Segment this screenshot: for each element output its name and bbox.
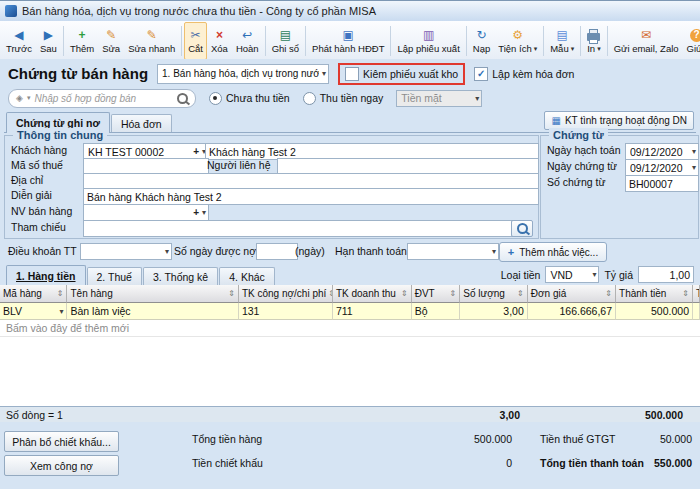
cell-ten-hang[interactable]: Bàn làm việc [67,303,238,320]
tab-khac[interactable]: 4. Khác [219,267,275,285]
magnifier-icon [517,223,528,234]
reference-field[interactable] [83,220,515,237]
chevron-down-icon: ▾ [59,307,63,316]
col-ten-hang[interactable]: Tên hàng⇕ [67,285,238,303]
add-inline-icon[interactable]: + [193,207,199,218]
contract-search-input[interactable]: ◈ ▾ Nhập số hợp đồng bán [8,89,196,108]
sales-staff-combo[interactable]: + ▾ [83,204,209,221]
cell-so-luong[interactable]: 3,00 [460,303,527,320]
chevron-down-icon: ▾ [475,94,479,103]
tien-thue-label: Tiền thuế GTGT [540,433,615,445]
radio-thu-tien-ngay-label: Thu tiền ngay [320,92,384,104]
cell-ty-le-ck[interactable] [693,303,700,320]
voucher-number-field[interactable]: BH00007 [625,175,699,192]
payment-terms-select[interactable]: ▾ [80,243,172,260]
tab-hoa-don[interactable]: Hóa đơn [111,114,172,132]
col-so-luong[interactable]: Số lượng⇕ [460,285,527,303]
reload-button[interactable]: ↻ Nạp [469,22,494,60]
kt-status-label: KT tình trạng hoạt động DN [565,115,687,126]
lap-kem-checkbox[interactable]: ✓ [474,67,488,81]
add-button[interactable]: + Thêm [66,22,98,60]
cut-button[interactable]: ✂ Cắt [184,22,207,60]
table-row: BLV▾ Bàn làm việc 131 711 Bộ 3,00 166.66… [0,303,700,320]
reference-lookup-button[interactable] [511,220,533,237]
radio-chua-thu-tien[interactable]: Chưa thu tiền [209,92,290,105]
send-email-zalo-button[interactable]: ✉ Gửi email, Zalo [610,22,683,60]
cell-tk-doanh-thu[interactable]: 711 [333,303,412,320]
scissors-icon: ✂ [191,28,201,42]
tong-thanh-toan-label: Tổng tiền thanh toán [540,457,644,469]
utilities-button[interactable]: ⚙ Tiện ích▾ [494,22,541,60]
quick-edit-button[interactable]: ✎ Sửa nhanh [124,22,179,60]
tab-hang-tien[interactable]: 1. Hàng tiền [6,265,86,286]
col-tk-cong-no[interactable]: TK công nợ/chi phí⇕ [239,285,333,303]
add-reminder-button[interactable]: + Thêm nhắc việc... [499,242,607,262]
radio-chua-thu-tien-label: Chưa thu tiền [226,92,290,104]
template-icon: ▤ [557,28,568,42]
posting-date-field[interactable]: 09/12/2020 ▾ [625,143,699,160]
description-field[interactable]: Bán hàng Khách hàng Test 2 [83,188,539,205]
tab-thong-ke[interactable]: 3. Thống kê [143,267,218,285]
help-button[interactable]: ? Giúp [683,22,700,60]
calendar-dropdown-icon: ▾ [692,163,696,172]
delete-x-icon: × [216,28,223,42]
prev-button[interactable]: ◀ Trước [2,22,36,60]
col-thanh-tien[interactable]: Thành tiền⇕ [616,285,693,303]
search-icon[interactable] [177,93,188,104]
post-button[interactable]: ▤ Ghi sổ [268,22,303,60]
filter-row: ◈ ▾ Nhập số hợp đồng bán Chưa thu tiền T… [8,89,696,107]
toolbar-separator [543,26,544,56]
radio-thu-tien-ngay[interactable]: Thu tiền ngay [303,92,384,105]
cell-thanh-tien[interactable]: 500.000 [616,303,693,320]
view-receivables-button[interactable]: Xem công nợ [4,455,119,476]
tab-thue[interactable]: 2. Thuế [87,267,142,285]
voucher-date-field[interactable]: 09/12/2020 ▾ [625,159,699,176]
undo-button[interactable]: ↩ Hoàn [232,22,263,60]
cell-don-gia[interactable]: 166.666,67 [528,303,616,320]
currency-value: VND [550,269,589,281]
refresh-icon: ↻ [476,28,486,42]
template-label: Mẫu [550,43,568,54]
cell-dvt[interactable]: Bộ [412,303,461,320]
ngay-hach-toan-label: Ngày hạch toán [547,143,621,158]
col-dvt[interactable]: ĐVT⇕ [412,285,461,303]
kiem-phieu-checkbox[interactable] [345,67,359,81]
chevron-down-icon: ▾ [534,45,538,53]
issue-einvoice-button[interactable]: ▣ Phát hành HĐĐT [308,22,388,60]
table-header: Mã hàng⇕ Tên hàng⇕ TK công nợ/chi phí⇕ T… [0,285,700,303]
toolbar-separator [607,26,608,56]
cell-ma-hang[interactable]: BLV▾ [0,303,67,320]
credit-days-field[interactable] [256,243,298,260]
col-tk-doanh-thu[interactable]: TK doanh thu⇕ [333,285,412,303]
arrow-left-icon: ◀ [14,28,23,42]
col-don-gia[interactable]: Đơn giá⇕ [528,285,616,303]
toolbar: ◀ Trước ▶ Sau + Thêm ✎ Sửa ✎ Sửa nhanh ✂… [0,21,700,62]
loai-tien-label: Loại tiền [501,269,541,281]
col-ma-hang[interactable]: Mã hàng⇕ [0,285,67,303]
tong-thanh-toan-value: 550.000 [648,457,692,469]
voucher-type-select[interactable]: 1. Bán hàng hóa, dịch vụ trong nước ▾ [157,64,329,84]
window-title: Bán hàng hóa, dịch vụ trong nước chưa th… [22,5,376,17]
tong-tien-hang-label: Tổng tiền hàng [192,433,262,445]
currency-select[interactable]: VND ▾ [545,266,599,283]
allocate-discount-button[interactable]: Phân bổ chiết khấu... [4,431,119,452]
export-slip-button[interactable]: ▥ Lập phiếu xuất [393,22,463,60]
cell-tk-cong-no[interactable]: 131 [239,303,333,320]
titlebar: Bán hàng hóa, dịch vụ trong nước chưa th… [0,1,700,22]
add-inline-icon[interactable]: + [193,146,199,157]
edit-label: Sửa [102,43,120,54]
edit-button[interactable]: ✎ Sửa [98,22,124,60]
nguoi-lien-he-label: Người liên hệ [207,158,271,173]
col-ty-le-ck[interactable]: Tỷ lệ C [693,285,700,303]
sort-icon: ⇕ [228,289,235,298]
radio-selected-icon [209,92,222,105]
exchange-rate-field[interactable]: 1,00 [638,266,694,283]
delete-button[interactable]: × Xóa [207,22,232,60]
print-button[interactable]: In▾ [583,22,604,60]
next-button[interactable]: ▶ Sau [36,22,61,60]
due-date-select[interactable]: ▾ [407,243,499,260]
template-button[interactable]: ▤ Mẫu▾ [546,22,578,60]
envelope-icon: ✉ [641,28,651,42]
add-new-row[interactable]: Bấm vào đây để thêm mới [0,320,700,337]
customer-name-value: Khách hàng Test 2 [209,146,296,158]
